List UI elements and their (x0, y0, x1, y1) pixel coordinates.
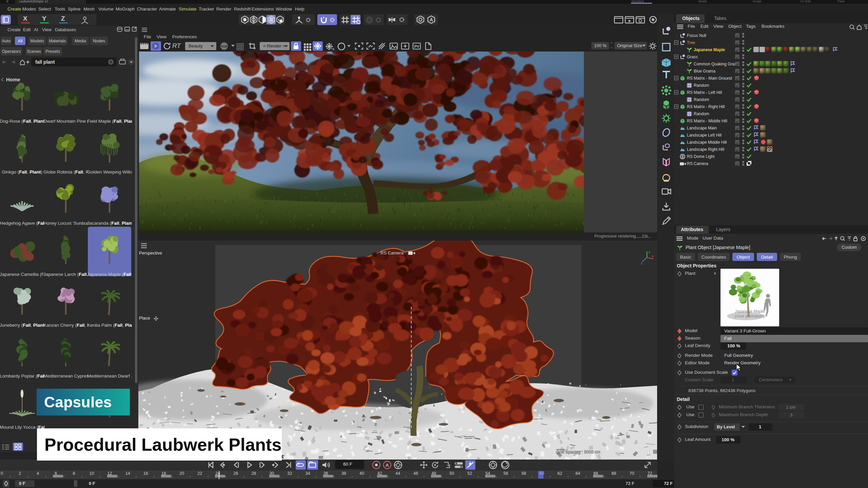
svg-text:Z: Z (641, 262, 643, 265)
svg-text:RGB: RGB (221, 45, 228, 48)
svg-text:G: G (332, 47, 334, 51)
svg-text:A: A (386, 463, 389, 468)
svg-text:Japanese Maple: Japanese Maple (735, 309, 765, 314)
svg-text:X: X (652, 255, 654, 258)
svg-text:Y: Y (648, 251, 650, 254)
svg-text:PV: PV (414, 44, 419, 48)
svg-text:(Acer palmatum): (Acer palmatum) (735, 314, 765, 319)
svg-text:A: A (430, 17, 433, 22)
